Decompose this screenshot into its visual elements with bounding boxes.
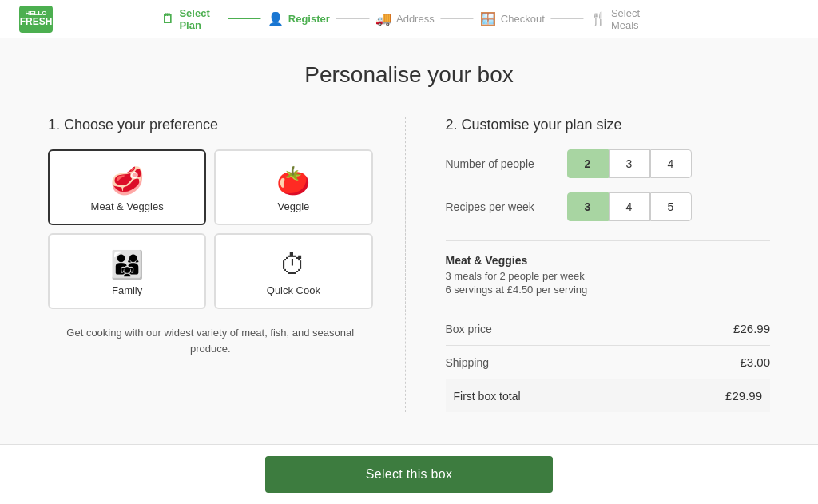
register-icon: 👤 [268,11,284,26]
nav-step-checkout[interactable]: 🪟 Checkout [480,11,545,26]
nav-step-register[interactable]: 👤 Register [268,11,330,26]
preference-section-title: 1. Choose your preference [48,117,373,133]
customise-section-title: 2. Customise your plan size [446,117,771,133]
pref-card-meat-veggies[interactable]: 🥩 Meat & Veggies [48,149,206,225]
plan-name: Meat & Veggies [446,254,771,267]
nav-step-address-label: Address [396,13,435,25]
select-meals-icon: 🍴 [590,11,606,26]
pref-card-quick-cook[interactable]: ⏱ Quick Cook [214,233,372,309]
nav-step-address[interactable]: 🚚 Address [375,11,435,26]
preference-description: Get cooking with our widest variety of m… [48,325,373,356]
box-price-value: £26.99 [733,322,770,335]
nav-line-1 [228,18,261,19]
nav-step-select-meals[interactable]: 🍴 Select Meals [590,7,657,31]
meat-veggies-label: Meat & Veggies [91,200,164,212]
select-plan-icon: 🗒 [161,12,174,26]
nav-line-2 [336,18,369,19]
nav-step-checkout-label: Checkout [501,13,545,25]
main-content: Personalise your box 1. Choose your pref… [0,38,818,476]
nav-line-3 [441,18,474,19]
recipes-option-row: Recipes per week 3 4 5 [446,192,771,221]
recipes-label: Recipes per week [446,200,558,213]
family-label: Family [112,284,142,296]
meat-veggies-icon: 🥩 [110,167,144,194]
nav-line-4 [551,18,584,19]
preference-section: 1. Choose your preference 🥩 Meat & Veggi… [48,117,406,412]
header: HELLO FRESH 🗒 Select Plan 👤 Register 🚚 A… [0,0,818,38]
nav-step-select-plan[interactable]: 🗒 Select Plan [161,7,221,31]
plan-customise-section: 2. Customise your plan size Number of pe… [406,117,771,412]
shipping-price-value: £3.00 [740,355,770,369]
page-title: Personalise your box [48,62,770,88]
box-price-label: Box price [446,323,492,335]
nav-step-register-label: Register [288,13,330,25]
total-price-value: £29.99 [725,389,762,403]
checkout-icon: 🪟 [480,11,496,26]
plan-desc1: 3 meals for 2 people per week [446,270,771,282]
select-box-button[interactable]: Select this box [265,456,553,493]
people-label: Number of people [446,157,558,170]
nav-step-select-meals-label: Select Meals [611,7,657,31]
plan-desc2: 6 servings at £4.50 per serving [446,284,771,296]
people-btn-3[interactable]: 3 [609,149,650,178]
progress-nav: 🗒 Select Plan 👤 Register 🚚 Address 🪟 Che… [161,7,656,31]
quick-cook-icon: ⏱ [280,251,307,278]
recipes-btn-5[interactable]: 5 [650,192,692,221]
veggie-label: Veggie [277,200,309,212]
logo-box: HELLO FRESH [19,6,53,33]
pref-card-veggie[interactable]: 🍅 Veggie [214,149,372,225]
total-label: First box total [454,390,521,403]
family-icon: 👨‍👩‍👧 [110,251,144,278]
recipes-btn-group: 3 4 5 [567,192,692,221]
plan-summary: Meat & Veggies 3 meals for 2 people per … [446,240,771,296]
pref-card-family[interactable]: 👨‍👩‍👧 Family [48,233,206,309]
two-column-layout: 1. Choose your preference 🥩 Meat & Veggi… [48,117,770,412]
shipping-label: Shipping [446,356,490,369]
pricing-section: Box price £26.99 Shipping £3.00 First bo… [446,312,771,412]
recipes-btn-3[interactable]: 3 [567,192,609,221]
people-option-row: Number of people 2 3 4 [446,149,771,178]
box-price-row: Box price £26.99 [446,312,771,346]
logo: HELLO FRESH [19,6,53,33]
people-btn-4[interactable]: 4 [650,149,692,178]
nav-step-select-plan-label: Select Plan [179,7,221,31]
people-btn-2[interactable]: 2 [567,149,609,178]
logo-fresh: FRESH [20,17,53,27]
quick-cook-label: Quick Cook [267,284,320,296]
bottom-bar: Select this box [0,444,818,504]
people-btn-group: 2 3 4 [567,149,692,178]
recipes-btn-4[interactable]: 4 [609,192,650,221]
shipping-row: Shipping £3.00 [446,346,771,379]
address-icon: 🚚 [375,11,391,26]
total-row: First box total £29.99 [446,379,771,412]
preference-grid: 🥩 Meat & Veggies 🍅 Veggie 👨‍👩‍👧 Family ⏱… [48,149,373,309]
veggie-icon: 🍅 [276,167,310,194]
